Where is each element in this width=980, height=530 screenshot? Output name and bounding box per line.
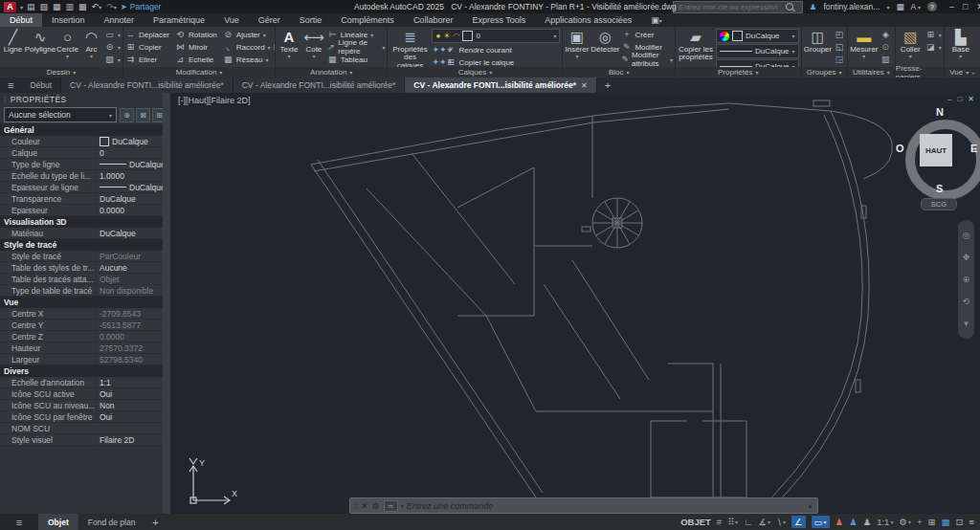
make-current-button[interactable]: ✦✦✦ ✓ Rendre courant <box>432 44 560 55</box>
drawing-close-icon[interactable]: ✕ <box>968 95 974 103</box>
ribbon-tab-collaborer[interactable]: Collaborer <box>404 13 463 27</box>
restore-button[interactable]: □ <box>963 2 968 11</box>
hardware-acceleration-icon[interactable]: ▦ <box>942 517 950 527</box>
panel-label-proprietes[interactable]: Propriétés▾ <box>676 67 801 77</box>
rotate-button[interactable]: ⟲Rotation <box>175 29 217 40</box>
snap-icon[interactable]: ⠿▾ <box>727 517 738 527</box>
new-file-icon[interactable]: ▤ <box>27 2 35 11</box>
prop-epaisseur[interactable]: Epaisseur 0.0000 <box>0 205 170 216</box>
lineweight-dropdown[interactable]: DuCalque▾ <box>716 44 799 58</box>
array-button[interactable]: ▦Réseau▾ <box>223 54 271 65</box>
annotation-scale-value[interactable]: 1:1▾ <box>877 517 893 527</box>
save-as-icon[interactable]: ▥ <box>66 2 75 11</box>
line-button[interactable]: ╱ Ligne <box>2 29 24 54</box>
command-line[interactable]: ⁞⁞ ✕ ⚙ ▭ ▾ Entrez une commande ▲ <box>349 497 818 514</box>
layout-tab[interactable]: Fond de plan <box>78 514 145 530</box>
drawing-restore-icon[interactable]: □ <box>957 95 962 103</box>
ribbon-tab-sortie[interactable]: Sortie <box>290 13 332 27</box>
mirror-button[interactable]: ⋈Miroir <box>175 41 217 53</box>
clean-screen-icon[interactable]: ⊡ <box>955 517 963 527</box>
section-vue[interactable]: Vue▾ <box>0 297 170 308</box>
open-file-icon[interactable]: ▧ <box>40 2 49 11</box>
move-button[interactable]: ↔Déplacer <box>125 29 169 40</box>
view-cube-west[interactable]: O <box>896 143 904 154</box>
group-edit-button[interactable]: ◱ <box>835 41 845 53</box>
quick-select-button[interactable]: ◈ <box>880 29 891 40</box>
ribbon-tab-debut[interactable]: Début <box>0 13 42 27</box>
nav-more-icon[interactable]: ▾ <box>964 319 969 328</box>
command-chevron-icon[interactable]: ▾ <box>401 502 404 509</box>
view-cube-east[interactable]: E <box>970 143 977 154</box>
zoom-icon[interactable]: ⊕ <box>963 275 970 284</box>
workspace-gear-icon[interactable]: ⚙▾ <box>899 517 911 527</box>
prop-transparence[interactable]: Transparence DuCalque <box>0 193 170 205</box>
prop-centre-x[interactable]: Centre X -2709.8543 <box>0 308 170 320</box>
view-cube-south[interactable]: S <box>936 183 943 194</box>
prop-echelle-annotation[interactable]: Echelle d'annotation 1:1 <box>0 377 170 388</box>
save-icon[interactable]: ▦ <box>53 2 61 11</box>
prop-icone-scu-fenetre[interactable]: Icône SCU par fenêtre Oui <box>0 411 170 423</box>
command-input[interactable]: ▭ ▾ Entrez une commande <box>384 500 803 512</box>
palette-scrollbar[interactable] <box>163 93 170 514</box>
minimize-button[interactable]: – <box>949 2 954 11</box>
selection-dropdown[interactable]: Aucune sélection▾ <box>4 107 117 122</box>
panel-label-utilitaires[interactable]: Utilitaires▾ <box>848 67 895 77</box>
panel-label-presse[interactable]: Presse-papiers <box>896 67 944 77</box>
prop-icone-scu-active[interactable]: Icône SCU active Oui <box>0 388 170 400</box>
prop-calque[interactable]: Calque 0 <box>0 147 170 159</box>
model-tab[interactable]: Objet <box>38 514 78 530</box>
polyline-button[interactable]: ∿ Polyligne <box>26 29 55 54</box>
ribbon-display-toggle-icon[interactable]: ▣ ▾ <box>641 13 672 27</box>
drawing-tab-3[interactable]: CV - Alexandre FONTI...isibilité amélior… <box>405 77 596 93</box>
section-style-de-trace[interactable]: Style de tracé▾ <box>0 239 170 251</box>
prop-icone-scu-niveau[interactable]: Icône SCU au niveau... Non <box>0 400 170 411</box>
help-icon[interactable]: ? <box>927 2 937 11</box>
qat-menu-chevron-icon[interactable]: ▾ <box>20 4 23 11</box>
annotation-scale-person-icon[interactable]: ♟ <box>863 517 872 527</box>
osnap-icon[interactable]: ▭▾ <box>812 516 830 528</box>
drawing-minimize-icon[interactable]: – <box>947 95 951 103</box>
ribbon-tab-applications[interactable]: Applications associées <box>535 13 641 27</box>
app-store-icon[interactable]: ▦ <box>896 2 903 11</box>
prop-type-table[interactable]: Type de table de tracé Non disponible <box>0 285 170 297</box>
select-objects-icon[interactable]: ⊠ <box>136 108 150 122</box>
drawing-tab-1[interactable]: CV - Alexandre FONTI...isibilité amélior… <box>61 77 234 93</box>
cut-clip-button[interactable]: ◪▾ <box>925 41 942 53</box>
create-block-button[interactable]: +Créer <box>621 29 673 40</box>
dimension-button[interactable]: ⟷ Cote▾ <box>302 29 325 60</box>
color-dropdown[interactable]: DuCalque▾ <box>716 29 799 43</box>
annotation-monitor-icon[interactable]: + <box>917 517 923 527</box>
scale-button[interactable]: ⊿Echelle <box>175 54 217 65</box>
drawing-tab-2[interactable]: CV - Alexandre FONTI...isibilité amélior… <box>234 77 406 93</box>
edit-attributes-button[interactable]: ✎Modifier attributs▾ <box>621 54 673 65</box>
viewport-controls[interactable]: [-][Haut][Filaire 2D] <box>178 96 251 105</box>
nav-wheel-icon[interactable]: ◎ <box>963 231 970 240</box>
ribbon-tab-express-tools[interactable]: Express Tools <box>462 13 535 27</box>
prop-echelle-type-ligne[interactable]: Echelle du type de li... 1.0000 <box>0 170 170 182</box>
units-icon[interactable]: ⊞ <box>928 517 936 527</box>
ribbon-tab-parametrique[interactable]: Paramétrique <box>144 13 214 27</box>
section-visualisation-3d[interactable]: Visualisation 3D▾ <box>0 216 170 228</box>
ellipse-button[interactable]: ⊜▾ <box>104 41 121 53</box>
ribbon-tab-annoter[interactable]: Annoter <box>95 13 145 27</box>
fillet-button[interactable]: ◟Raccord▾ <box>223 41 271 53</box>
table-button[interactable]: ▦Tableau <box>327 54 386 65</box>
leader-button[interactable]: ↗Ligne de repère▾ <box>327 41 386 53</box>
copy-button[interactable]: ⊞Copier <box>125 41 169 53</box>
ribbon-tab-gerer[interactable]: Gérer <box>249 13 290 27</box>
ortho-icon[interactable]: ∟ <box>744 517 752 527</box>
annotation-autoscale-icon[interactable]: ♟ <box>849 517 858 527</box>
redo-icon[interactable]: ↷▾ <box>106 2 117 11</box>
copy-clip-button[interactable]: ⊞▾ <box>925 29 942 40</box>
prop-type-ligne[interactable]: Type de ligne DuCalque <box>0 159 170 170</box>
rectangle-button[interactable]: ▭▾ <box>104 29 121 40</box>
prop-table-traces[interactable]: Table des tracés atta... Objet <box>0 274 170 285</box>
polar-tracking-icon[interactable]: ∡▾ <box>758 517 770 527</box>
arc-button[interactable]: ◠ Arc▾ <box>80 29 102 60</box>
autodesk-account-icon[interactable]: A ▾ <box>910 2 921 11</box>
layer-dropdown[interactable]: ● ☀ ◠ 0 ▾ <box>432 29 560 43</box>
grid-icon[interactable]: # <box>717 517 722 527</box>
panel-label-vue[interactable]: Vue▾» <box>945 67 980 77</box>
prop-materiau[interactable]: Matériau DuCalque <box>0 228 170 239</box>
new-tab-button[interactable]: + <box>597 77 618 93</box>
